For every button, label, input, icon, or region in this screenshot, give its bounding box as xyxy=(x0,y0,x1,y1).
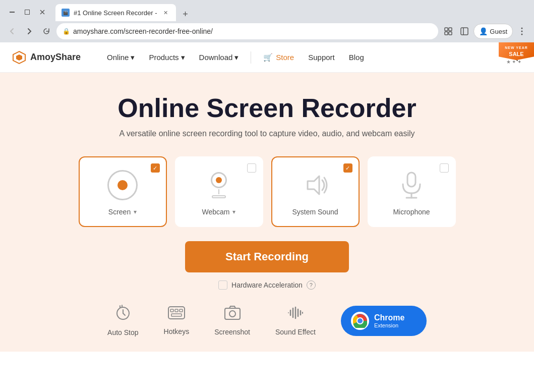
svg-point-30 xyxy=(229,311,235,317)
nav-download[interactable]: Download ▾ xyxy=(193,49,245,66)
chrome-extension-button[interactable]: Chrome Extension xyxy=(341,306,427,336)
webcam-icon xyxy=(201,167,236,203)
system-sound-label: System Sound xyxy=(292,208,338,216)
microphone-icon xyxy=(394,167,429,203)
chevron-down-icon: ▾ xyxy=(181,53,185,62)
svg-rect-18 xyxy=(407,173,416,187)
svg-rect-25 xyxy=(170,309,173,312)
nav-blog[interactable]: Blog xyxy=(343,49,370,66)
microphone-option-card[interactable]: Microphone xyxy=(368,156,456,227)
forward-button[interactable] xyxy=(22,24,36,38)
svg-point-12 xyxy=(521,34,523,35)
tab-close-button[interactable]: ✕ xyxy=(161,8,170,17)
recording-options: ✓ Screen ▾ xyxy=(79,156,456,227)
svg-point-11 xyxy=(521,31,523,32)
screen-label: Screen xyxy=(108,208,131,216)
nav-products[interactable]: Products ▾ xyxy=(143,49,191,66)
system-sound-checkbox[interactable]: ✓ xyxy=(343,163,352,173)
hotkeys-label: Hotkeys xyxy=(164,327,190,335)
svg-rect-0 xyxy=(10,12,15,13)
hotkeys-feature[interactable]: Hotkeys xyxy=(164,306,190,335)
hotkeys-icon xyxy=(167,306,186,323)
extensions-button[interactable] xyxy=(441,24,455,38)
system-sound-icon xyxy=(298,167,333,203)
profile-label: Guest xyxy=(490,28,507,35)
auto-stop-icon xyxy=(115,305,131,324)
chrome-ext-text: Chrome Extension xyxy=(374,313,404,328)
screen-label-row: Screen ▾ xyxy=(108,208,137,216)
chrome-ext-main-label: Chrome xyxy=(374,313,404,322)
screen-icon xyxy=(105,167,140,203)
svg-rect-6 xyxy=(445,32,448,35)
svg-rect-28 xyxy=(171,314,182,316)
close-button[interactable] xyxy=(35,5,49,19)
new-tab-button[interactable]: + xyxy=(178,7,192,21)
svg-rect-27 xyxy=(180,309,183,312)
svg-rect-8 xyxy=(461,28,468,35)
chevron-down-icon: ▾ xyxy=(234,53,239,62)
webcam-label-row: Webcam ▾ xyxy=(202,208,236,216)
nav-online[interactable]: Online ▾ xyxy=(101,49,141,66)
menu-button[interactable] xyxy=(515,24,529,38)
svg-marker-17 xyxy=(308,176,319,194)
main-title: Online Screen Recorder xyxy=(117,93,416,123)
svg-point-40 xyxy=(358,318,363,323)
hardware-acceleration-row: Hardware Acceleration ? xyxy=(218,281,316,290)
screenshot-icon xyxy=(224,305,241,324)
maximize-button[interactable] xyxy=(20,5,34,19)
hardware-acceleration-label: Hardware Acceleration xyxy=(231,281,303,289)
tab-title: #1 Online Screen Recorder - xyxy=(74,9,157,17)
auto-stop-feature[interactable]: Auto Stop xyxy=(107,305,139,337)
screenshot-feature[interactable]: Screenshot xyxy=(214,305,250,336)
webcam-option-card[interactable]: Webcam ▾ xyxy=(175,156,263,227)
screen-option-card[interactable]: ✓ Screen ▾ xyxy=(79,156,167,227)
svg-marker-14 xyxy=(16,54,22,61)
main-subtitle: A versatile online screen recording tool… xyxy=(119,129,414,138)
address-bar[interactable]: 🔒 amoyshare.com/screen-recorder-free-onl… xyxy=(56,23,438,39)
chrome-ext-sub-label: Extension xyxy=(374,322,404,328)
navigation: AmoyShare Online ▾ Products ▾ Download ▾… xyxy=(0,42,534,73)
screenshot-label: Screenshot xyxy=(214,328,250,336)
new-year-badge: NEW YEAR SALE ★ ✦ ✦ xyxy=(494,42,534,73)
svg-rect-24 xyxy=(168,307,185,319)
sound-effect-icon xyxy=(286,305,305,324)
svg-line-23 xyxy=(123,313,125,315)
profile-icon: 👤 xyxy=(479,27,488,35)
chevron-down-icon[interactable]: ▾ xyxy=(134,208,137,215)
help-icon[interactable]: ? xyxy=(307,281,316,290)
webcam-checkbox[interactable] xyxy=(247,163,256,173)
svg-rect-4 xyxy=(445,28,448,31)
svg-point-10 xyxy=(521,28,523,29)
start-recording-button[interactable]: Start Recording xyxy=(185,241,349,272)
svg-rect-1 xyxy=(25,10,30,15)
microphone-checkbox[interactable] xyxy=(440,163,449,173)
sound-effect-label: Sound Effect xyxy=(275,328,316,336)
nav-divider xyxy=(251,51,251,64)
refresh-button[interactable] xyxy=(39,24,53,38)
profile-button[interactable]: 👤 Guest xyxy=(473,24,513,39)
bottom-features: Auto Stop Hotkeys xyxy=(10,305,524,337)
svg-rect-29 xyxy=(225,308,240,319)
nav-links: Online ▾ Products ▾ Download ▾ 🛒 Store S… xyxy=(101,49,504,66)
hardware-acceleration-checkbox[interactable] xyxy=(218,281,227,290)
microphone-label: Microphone xyxy=(393,208,430,216)
logo[interactable]: AmoyShare xyxy=(12,50,81,65)
nav-store[interactable]: 🛒 Store xyxy=(257,49,300,66)
sidebar-button[interactable] xyxy=(457,24,471,38)
browser-tab[interactable]: 🎬 #1 Online Screen Recorder - ✕ xyxy=(55,4,176,21)
url-text: amoyshare.com/screen-recorder-free-onlin… xyxy=(73,27,432,35)
sound-effect-feature[interactable]: Sound Effect xyxy=(275,305,316,336)
back-button[interactable] xyxy=(5,24,19,38)
chevron-down-icon[interactable]: ▾ xyxy=(232,208,235,215)
main-content: Online Screen Recorder A versatile onlin… xyxy=(0,73,534,352)
minimize-button[interactable] xyxy=(5,5,19,19)
webcam-label: Webcam xyxy=(202,208,230,216)
nav-support[interactable]: Support xyxy=(302,49,341,66)
cart-icon: 🛒 xyxy=(263,53,273,62)
tab-favicon: 🎬 xyxy=(62,9,70,17)
screen-checkbox[interactable]: ✓ xyxy=(151,163,160,173)
logo-text: AmoyShare xyxy=(30,52,81,63)
system-sound-option-card[interactable]: ✓ System Sound xyxy=(271,156,360,227)
auto-stop-label: Auto Stop xyxy=(107,328,139,337)
lock-icon: 🔒 xyxy=(63,28,70,35)
